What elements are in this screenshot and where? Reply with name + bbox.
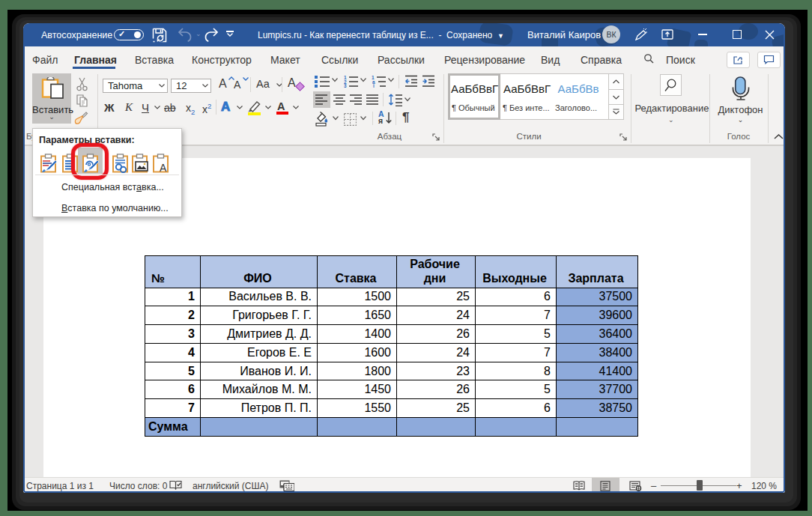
svg-text:A: A	[160, 162, 167, 173]
svg-text:i: i	[373, 83, 375, 88]
svg-text:3: 3	[344, 83, 347, 88]
